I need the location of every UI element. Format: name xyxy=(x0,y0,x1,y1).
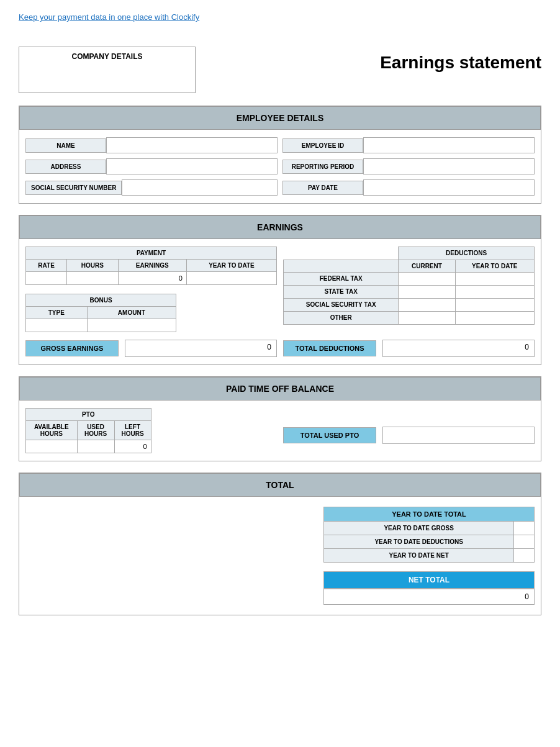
payment-earnings-cell: 0 xyxy=(118,272,186,285)
bonus-type-cell xyxy=(26,319,88,332)
total-content: YEAR TO DATE TOTAL YEAR TO DATE GROSS YE… xyxy=(19,497,541,615)
total-used-pto-area: TOTAL USED PTO xyxy=(283,427,535,444)
pto-table-title: PTO xyxy=(26,409,151,421)
ytd-net-value xyxy=(514,549,535,563)
ytd-deductions-value xyxy=(514,535,535,549)
pto-col-left: LEFT HOURS xyxy=(114,421,151,440)
pto-col-available: AVAILABLE HOURS xyxy=(26,421,78,440)
bonus-row xyxy=(26,319,176,332)
address-input[interactable] xyxy=(106,158,278,174)
page-header: COMPANY DETAILS Earnings statement xyxy=(19,47,541,93)
gross-earnings-label: GROSS EARNINGS xyxy=(25,340,119,356)
deductions-row-state: STATE TAX xyxy=(284,285,535,298)
federal-tax-ytd xyxy=(455,272,535,285)
pto-available-cell xyxy=(26,440,78,453)
total-deductions-label: TOTAL DEDUCTIONS xyxy=(283,340,376,356)
reporting-period-row: REPORTING PERIOD xyxy=(282,158,535,174)
other-ytd xyxy=(455,311,535,324)
pto-row: 0 xyxy=(26,440,151,453)
deductions-row-federal: FEDERAL TAX xyxy=(284,272,535,285)
company-details-box: COMPANY DETAILS xyxy=(19,47,196,93)
bonus-amount-cell xyxy=(87,319,176,332)
employee-details-right: EMPLOYEE ID REPORTING PERIOD PAY DATE xyxy=(282,137,535,196)
ss-tax-ytd xyxy=(455,298,535,311)
employee-details-left: NAME ADDRESS SOCIAL SECURITY NUMBER xyxy=(25,137,278,196)
bonus-table-title: BONUS xyxy=(26,294,176,307)
federal-tax-label: FEDERAL TAX xyxy=(284,272,399,285)
name-row: NAME xyxy=(25,137,278,153)
deductions-row-other: OTHER xyxy=(284,311,535,324)
address-row: ADDRESS xyxy=(25,158,278,174)
employee-id-row: EMPLOYEE ID xyxy=(282,137,535,153)
employee-details-section: EMPLOYEE DETAILS NAME ADDRESS SOCIAL SEC… xyxy=(19,106,541,204)
ytd-gross-label: YEAR TO DATE GROSS xyxy=(324,522,514,535)
pto-col-used: USED HOURS xyxy=(77,421,114,440)
pto-table: PTO AVAILABLE HOURS USED HOURS LEFT HOUR… xyxy=(25,408,151,453)
deductions-area: DEDUCTIONS CURRENT YEAR TO DATE FEDERAL … xyxy=(283,247,535,332)
payment-table: PAYMENT RATE HOURS EARNINGS YEAR TO DATE… xyxy=(25,247,277,285)
pto-header: PAID TIME OFF BALANCE xyxy=(19,377,541,401)
payment-hours-cell xyxy=(67,272,118,285)
clockify-link[interactable]: Keep your payment data in one place with… xyxy=(19,12,541,22)
gross-earnings-value: 0 xyxy=(125,340,277,357)
other-label: OTHER xyxy=(284,311,399,324)
bonus-col-amount: AMOUNT xyxy=(87,307,176,319)
payment-col-rate: RATE xyxy=(26,260,67,272)
name-input[interactable] xyxy=(106,137,278,153)
bonus-area: BONUS TYPE AMOUNT xyxy=(25,294,277,332)
deductions-col-current: CURRENT xyxy=(399,260,455,272)
total-used-pto-value xyxy=(382,427,535,444)
total-header: TOTAL xyxy=(19,473,541,497)
reporting-period-label: REPORTING PERIOD xyxy=(282,160,363,174)
state-tax-ytd xyxy=(455,285,535,298)
deductions-row-ss: SOCIAL SECURITY TAX xyxy=(284,298,535,311)
other-current xyxy=(399,311,455,324)
total-section: TOTAL YEAR TO DATE TOTAL YEAR TO DATE GR… xyxy=(19,473,541,615)
page-title: Earnings statement xyxy=(380,47,541,73)
pto-table-area: PTO AVAILABLE HOURS USED HOURS LEFT HOUR… xyxy=(25,408,277,453)
gross-earnings-area: GROSS EARNINGS 0 xyxy=(25,340,277,357)
bonus-table: BONUS TYPE AMOUNT xyxy=(25,294,176,332)
ytd-deductions-label: YEAR TO DATE DEDUCTIONS xyxy=(324,535,514,549)
ytd-gross-row: YEAR TO DATE GROSS xyxy=(324,522,535,535)
payment-area: PAYMENT RATE HOURS EARNINGS YEAR TO DATE… xyxy=(25,247,277,332)
address-label: ADDRESS xyxy=(25,160,106,174)
ytd-table: YEAR TO DATE TOTAL YEAR TO DATE GROSS YE… xyxy=(323,507,535,563)
ytd-net-row: YEAR TO DATE NET xyxy=(324,549,535,563)
pay-date-row: PAY DATE xyxy=(282,179,535,196)
pay-date-label: PAY DATE xyxy=(282,181,363,195)
pto-content: PTO AVAILABLE HOURS USED HOURS LEFT HOUR… xyxy=(19,401,541,461)
payment-col-ytd: YEAR TO DATE xyxy=(186,260,276,272)
ytd-wrapper: YEAR TO DATE TOTAL YEAR TO DATE GROSS YE… xyxy=(323,507,535,605)
payment-rate-cell xyxy=(26,272,67,285)
deductions-table-title: DEDUCTIONS xyxy=(399,247,535,260)
total-deductions-area: TOTAL DEDUCTIONS 0 xyxy=(283,340,535,357)
total-deductions-value: 0 xyxy=(382,340,535,357)
employee-details-header: EMPLOYEE DETAILS xyxy=(19,106,541,130)
state-tax-current xyxy=(399,285,455,298)
pay-date-input[interactable] xyxy=(363,179,535,196)
federal-tax-current xyxy=(399,272,455,285)
earnings-section: EARNINGS PAYMENT RATE HOURS EARNINGS YEA… xyxy=(19,215,541,365)
deductions-table: DEDUCTIONS CURRENT YEAR TO DATE FEDERAL … xyxy=(283,247,535,325)
ytd-gross-value xyxy=(514,522,535,535)
state-tax-label: STATE TAX xyxy=(284,285,399,298)
ssn-row: SOCIAL SECURITY NUMBER xyxy=(25,179,278,196)
bonus-col-type: TYPE xyxy=(26,307,88,319)
earnings-content: PAYMENT RATE HOURS EARNINGS YEAR TO DATE… xyxy=(19,239,541,340)
deductions-col-name xyxy=(284,260,399,272)
ytd-net-label: YEAR TO DATE NET xyxy=(324,549,514,563)
pto-section: PAID TIME OFF BALANCE PTO AVAILABLE HOUR… xyxy=(19,376,541,461)
payment-col-hours: HOURS xyxy=(67,260,118,272)
ssn-input[interactable] xyxy=(122,179,278,196)
earnings-totals-row: GROSS EARNINGS 0 TOTAL DEDUCTIONS 0 xyxy=(19,340,541,364)
payment-col-earnings: EARNINGS xyxy=(118,260,186,272)
earnings-header: EARNINGS xyxy=(19,215,541,239)
pto-used-cell xyxy=(77,440,114,453)
ss-tax-current xyxy=(399,298,455,311)
employee-id-input[interactable] xyxy=(363,137,535,153)
payment-table-title: PAYMENT xyxy=(26,247,277,260)
ssn-label: SOCIAL SECURITY NUMBER xyxy=(25,181,122,195)
ss-tax-label: SOCIAL SECURITY TAX xyxy=(284,298,399,311)
reporting-period-input[interactable] xyxy=(363,158,535,174)
